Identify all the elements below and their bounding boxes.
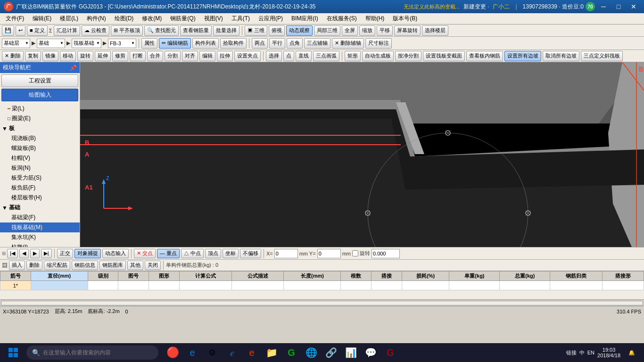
cell-laptype[interactable] <box>603 281 644 290</box>
btn-delete[interactable]: ✕ 删除 <box>2 51 24 61</box>
btn-dynamic-view[interactable]: 动态观察 <box>286 25 313 36</box>
btn-rebar-info[interactable]: 钢筋信息 <box>72 261 98 270</box>
menu-component[interactable]: 构件(N) <box>83 14 110 24</box>
btn-delete-row[interactable]: 删除 <box>26 261 42 270</box>
btn-view-inner[interactable]: 查看板内钢筋 <box>466 51 503 61</box>
cell-count[interactable] <box>341 281 372 290</box>
sidebar-group-foundation[interactable]: ▼基础 <box>0 203 80 213</box>
cell-shape[interactable] <box>149 281 180 290</box>
cell-loss[interactable] <box>402 281 449 290</box>
btn-pick-comp[interactable]: 拾取构件 <box>220 38 247 49</box>
btn-dynamic-input[interactable]: 动态输入 <box>102 249 129 258</box>
btn-intersect[interactable]: ✕ 交点 <box>134 249 156 258</box>
btn-pan[interactable]: 平移 <box>377 25 393 36</box>
sidebar-item-found-beam[interactable]: 基础梁(F) <box>0 213 80 222</box>
menu-draw[interactable]: 绘图(D) <box>111 14 138 24</box>
taskbar-ggj-app[interactable]: G <box>382 344 399 361</box>
sidebar-item-beam[interactable]: ━ 梁(L) <box>0 104 80 114</box>
btn-mirror[interactable]: 镜像 <box>42 51 58 61</box>
cell-unitwt[interactable] <box>449 281 500 290</box>
menu-version[interactable]: 版本号(B) <box>389 14 421 24</box>
btn-dim-label[interactable]: 尺寸标注 <box>365 38 392 49</box>
btn-stretch[interactable]: 拉伸 <box>217 51 233 61</box>
taskbar-gd-g[interactable]: G <box>283 344 300 361</box>
sidebar-item-col-pier[interactable]: 柱墩(I) <box>0 242 80 247</box>
btn-set-clip[interactable]: 设置夹点 <box>234 51 261 61</box>
btn-top-view[interactable]: 俯视 <box>269 25 285 36</box>
btn-line[interactable]: 直线 <box>296 51 312 61</box>
menu-file[interactable]: 文件(F) <box>2 14 28 24</box>
btn-save[interactable]: 💾 <box>2 25 14 36</box>
menu-floor[interactable]: 楼层(L) <box>56 14 82 24</box>
taskbar-app2[interactable]: 💬 <box>362 344 379 361</box>
sidebar-item-raft[interactable]: 筏板基础(M) <box>0 222 80 232</box>
btn-net-split[interactable]: 按净分割 <box>395 51 421 61</box>
btn-move[interactable]: 移动 <box>60 51 76 61</box>
btn-property[interactable]: 属性 <box>141 38 157 49</box>
btn-nav-prev[interactable]: ◀ <box>19 249 29 258</box>
sidebar-item-col-cap[interactable]: 柱帽(V) <box>0 153 80 163</box>
id-selector[interactable]: FB-3 ▼ <box>108 39 136 48</box>
btn-nav-first[interactable]: |◀ <box>7 249 18 258</box>
btn-coord[interactable]: 坐标 <box>223 249 239 258</box>
btn-extend[interactable]: 延伸 <box>95 51 111 61</box>
btn-nav-last[interactable]: ▶| <box>41 249 52 258</box>
btn-find-elem[interactable]: 🔍 查找图元 <box>144 25 179 36</box>
taskbar-ie2[interactable]: e <box>243 344 260 361</box>
sidebar-group-slab[interactable]: ▼板 <box>0 123 80 133</box>
sidebar-item-neg-rebar[interactable]: 板负筋(F) <box>0 183 80 193</box>
btn-snap[interactable]: 对象捕捉 <box>74 249 101 258</box>
cell-fignum[interactable] <box>118 281 149 290</box>
sidebar-item-spiral-slab[interactable]: 螺旋板(B) <box>0 143 80 153</box>
btn-insert[interactable]: 插入 <box>9 261 25 270</box>
btn-orthogonal[interactable]: 正交 <box>57 249 73 258</box>
btn-select2[interactable]: 选择 <box>266 51 282 61</box>
panel-icon[interactable]: ⊞ <box>2 251 6 256</box>
menu-edit[interactable]: 编辑(E) <box>29 14 55 24</box>
btn-batch-sel[interactable]: 批量选择 <box>213 25 239 36</box>
btn-split[interactable]: 分割 <box>165 51 181 61</box>
cell-grade[interactable] <box>88 281 118 290</box>
btn-zoom[interactable]: 缩放 <box>359 25 375 36</box>
type-selector[interactable]: 基础 ▼ <box>37 39 65 48</box>
btn-midend[interactable]: — 重点 <box>157 249 180 258</box>
sidebar-item-cast-slab[interactable]: 现浇板(B) <box>0 133 80 143</box>
sidebar-item-floor-band[interactable]: 楼层板带(H) <box>0 193 80 203</box>
btn-draw-input[interactable]: 绘图输入 <box>1 89 78 101</box>
cell-formula[interactable] <box>180 281 232 290</box>
btn-copy[interactable]: 复制 <box>25 51 41 61</box>
cell-lap[interactable] <box>372 281 402 290</box>
cell-totalwt[interactable] <box>500 281 550 290</box>
taskbar-link[interactable]: 🔗 <box>322 344 339 361</box>
btn-three-pt-raft[interactable]: 三点定义斜筏板 <box>581 51 623 61</box>
taskbar-search[interactable]: 🔍 在这里输入你要搜索的内容 <box>26 346 158 360</box>
btn-level-top[interactable]: ⊞ 平齐板顶 <box>111 25 143 36</box>
x-input[interactable] <box>274 249 298 258</box>
btn-undo[interactable]: ↩ <box>16 25 25 36</box>
btn-nav-next[interactable]: ▶ <box>30 249 40 258</box>
menu-help[interactable]: 帮助(H) <box>362 14 388 24</box>
taskbar-cortana[interactable]: 🔴 <box>164 344 181 361</box>
floor-selector[interactable]: 基础层 ▼ <box>2 39 30 48</box>
sidebar-item-ring-beam[interactable]: □ 圈梁(E) <box>0 114 80 123</box>
menu-cloud[interactable]: 云应用(P) <box>255 14 287 24</box>
btn-edit-rebar[interactable]: ✏ 编辑钢筋 <box>159 38 191 49</box>
start-button[interactable] <box>2 344 25 361</box>
y-input[interactable] <box>317 249 341 258</box>
sidebar-item-slab-hole[interactable]: 板洞(N) <box>0 163 80 173</box>
cell-dia[interactable] <box>31 281 88 290</box>
sidebar-item-slab-rebar[interactable]: 板受力筋(S) <box>0 173 80 183</box>
new-change-btn[interactable]: 新建变更 · <box>462 3 491 11</box>
btn-edit[interactable]: 编辑 <box>199 51 215 61</box>
btn-merge[interactable]: 合并 <box>147 51 163 61</box>
btn-del-axis[interactable]: ✕ 删除辅轴 <box>332 38 364 49</box>
btn-set-all-slope[interactable]: 设置所有边坡 <box>504 51 541 61</box>
table-row[interactable]: 1* <box>0 281 644 290</box>
sidebar-pin[interactable]: 📌 <box>70 65 77 71</box>
cell-category[interactable] <box>550 281 603 290</box>
btn-3d[interactable]: ▣ 三维 <box>245 25 267 36</box>
btn-define[interactable]: ■ 定义 <box>27 25 48 36</box>
btn-rect[interactable]: 矩形 <box>345 51 361 61</box>
btn-screen-rotate[interactable]: 屏幕旋转 <box>394 25 421 36</box>
taskbar-edge[interactable]: 𝑒 <box>223 344 240 361</box>
